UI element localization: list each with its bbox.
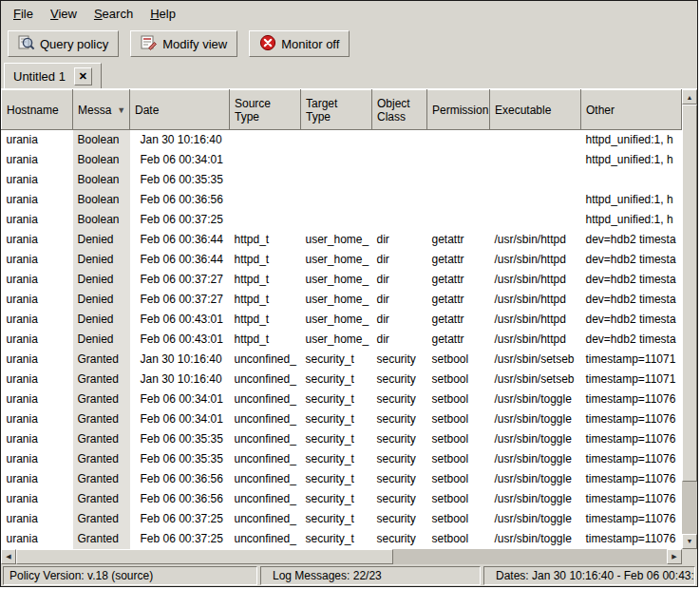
cell-other: timestamp=11076 xyxy=(581,390,682,409)
table-row[interactable]: uraniaDeniedFeb 06 00:37:27httpd_tuser_h… xyxy=(2,270,682,290)
table-row[interactable]: uraniaBooleanFeb 06 00:36:56httpd_unifie… xyxy=(2,190,682,210)
cell-target_type xyxy=(301,170,372,190)
table-row[interactable]: uraniaGrantedFeb 06 00:34:01unconfined_s… xyxy=(2,390,682,409)
table-row[interactable]: uraniaGrantedFeb 06 00:36:56unconfined_s… xyxy=(2,469,682,489)
column-header-other[interactable]: Other xyxy=(581,90,682,130)
cell-target_type: user_home_ xyxy=(301,330,372,350)
table-row[interactable]: uraniaGrantedJan 30 10:16:40unconfined_s… xyxy=(2,350,682,370)
cell-target_type: security_t xyxy=(301,509,372,529)
menu-search[interactable]: Search xyxy=(85,3,142,25)
cell-date: Feb 06 00:34:01 xyxy=(130,390,230,409)
cell-permission: setbool xyxy=(427,469,490,489)
column-header-date[interactable]: Date xyxy=(130,90,230,130)
cell-message: Denied xyxy=(73,330,130,350)
cell-message: Boolean xyxy=(73,170,130,190)
menu-help[interactable]: Help xyxy=(142,3,184,25)
cell-other: httpd_unified:1, h xyxy=(581,210,682,230)
table-row[interactable]: uraniaBooleanFeb 06 00:35:35 xyxy=(2,170,682,190)
table-row[interactable]: uraniaBooleanFeb 06 00:37:25httpd_unifie… xyxy=(2,210,682,230)
column-header-object-class[interactable]: Object Class xyxy=(372,90,427,130)
table-row[interactable]: uraniaBooleanJan 30 10:16:40httpd_unifie… xyxy=(2,130,682,150)
table-row[interactable]: uraniaGrantedFeb 06 00:37:25unconfined_s… xyxy=(2,529,682,549)
scroll-right-button[interactable]: ▶ xyxy=(667,549,682,564)
scroll-down-button[interactable]: ▼ xyxy=(682,534,697,549)
column-header-permission[interactable]: Permission xyxy=(427,90,490,130)
cell-object_class: dir xyxy=(372,290,427,310)
cell-object_class: security xyxy=(372,529,427,549)
cell-permission: setbool xyxy=(427,350,490,370)
cell-hostname: urania xyxy=(2,150,73,170)
cell-permission: setbool xyxy=(427,509,490,529)
cell-executable: /usr/sbin/toggle xyxy=(490,429,581,449)
cell-object_class xyxy=(372,210,427,230)
cell-message: Granted xyxy=(73,449,130,469)
cell-other: dev=hdb2 timesta xyxy=(581,330,682,350)
query-policy-label: Query policy xyxy=(40,37,108,51)
table-row[interactable]: uraniaGrantedFeb 06 00:36:56unconfined_s… xyxy=(2,489,682,509)
vertical-scroll-thumb[interactable] xyxy=(682,104,697,482)
cell-permission xyxy=(427,210,490,230)
cell-source_type xyxy=(230,190,301,210)
cell-object_class: security xyxy=(372,449,427,469)
cell-hostname: urania xyxy=(2,509,73,529)
log-table-wrap: Hostname Messa▼ Date Source Type Target … xyxy=(1,89,682,549)
scroll-up-button[interactable]: ▲ xyxy=(682,89,697,104)
cell-target_type: security_t xyxy=(301,489,372,509)
tab-untitled-1[interactable]: Untitled 1 ✕ xyxy=(4,63,102,88)
horizontal-scrollbar[interactable]: ◀ ▶ xyxy=(1,549,682,564)
cell-object_class: security xyxy=(372,509,427,529)
cell-source_type xyxy=(230,130,301,150)
table-row[interactable]: uraniaDeniedFeb 06 00:36:44httpd_tuser_h… xyxy=(2,230,682,250)
table-row[interactable]: uraniaGrantedFeb 06 00:35:35unconfined_s… xyxy=(2,429,682,449)
cell-message: Granted xyxy=(73,390,130,409)
query-policy-button[interactable]: Query policy xyxy=(8,30,119,57)
cell-permission: setbool xyxy=(427,529,490,549)
column-header-executable[interactable]: Executable xyxy=(490,90,581,130)
cell-executable: /usr/sbin/toggle xyxy=(490,409,581,429)
cell-target_type: user_home_ xyxy=(301,230,372,250)
cell-message: Granted xyxy=(73,489,130,509)
horizontal-scroll-track[interactable] xyxy=(16,549,667,564)
scroll-left-button[interactable]: ◀ xyxy=(1,549,16,564)
vertical-scrollbar[interactable]: ▲ ▼ xyxy=(682,89,697,549)
cell-source_type: unconfined_ xyxy=(230,529,301,549)
table-row[interactable]: uraniaGrantedFeb 06 00:35:35unconfined_s… xyxy=(2,449,682,469)
horizontal-scroll-thumb[interactable] xyxy=(16,549,393,564)
table-row[interactable]: uraniaGrantedFeb 06 00:37:25unconfined_s… xyxy=(2,509,682,529)
table-row[interactable]: uraniaGrantedFeb 06 00:34:01unconfined_s… xyxy=(2,409,682,429)
cell-other: dev=hdb2 timesta xyxy=(581,270,682,290)
column-header-target-type[interactable]: Target Type xyxy=(301,90,372,130)
cell-source_type: httpd_t xyxy=(230,290,301,310)
column-header-source-type[interactable]: Source Type xyxy=(230,90,301,130)
cell-message: Boolean xyxy=(73,190,130,210)
cell-permission xyxy=(427,130,490,150)
cell-date: Feb 06 00:37:25 xyxy=(130,210,230,230)
cell-target_type: security_t xyxy=(301,469,372,489)
table-row[interactable]: uraniaDeniedFeb 06 00:43:01httpd_tuser_h… xyxy=(2,310,682,330)
vertical-scroll-track[interactable] xyxy=(682,104,697,534)
column-header-hostname[interactable]: Hostname xyxy=(2,90,73,130)
cell-other: httpd_unified:1, h xyxy=(581,190,682,210)
cell-permission: setbool xyxy=(427,370,490,390)
column-header-message[interactable]: Messa▼ xyxy=(73,90,130,130)
cell-hostname: urania xyxy=(2,190,73,210)
table-row[interactable]: uraniaGrantedJan 30 10:16:40unconfined_s… xyxy=(2,370,682,390)
menu-file[interactable]: File xyxy=(5,3,42,25)
cell-executable xyxy=(490,210,581,230)
cell-date: Feb 06 00:34:01 xyxy=(130,150,230,170)
table-row[interactable]: uraniaBooleanFeb 06 00:34:01httpd_unifie… xyxy=(2,150,682,170)
cell-executable: /usr/sbin/toggle xyxy=(490,449,581,469)
status-policy-version: Policy Version: v.18 (source) xyxy=(3,566,257,585)
tab-close-button[interactable]: ✕ xyxy=(74,67,92,86)
monitor-off-button[interactable]: Monitor off xyxy=(249,30,350,57)
table-row[interactable]: uraniaDeniedFeb 06 00:43:01httpd_tuser_h… xyxy=(2,330,682,350)
cell-date: Feb 06 00:35:35 xyxy=(130,170,230,190)
cell-message: Granted xyxy=(73,350,130,370)
menu-view[interactable]: View xyxy=(42,3,85,25)
modify-view-button[interactable]: Modify view xyxy=(130,30,237,57)
table-row[interactable]: uraniaDeniedFeb 06 00:37:27httpd_tuser_h… xyxy=(2,290,682,310)
cell-hostname: urania xyxy=(2,350,73,370)
scrollbar-corner xyxy=(682,549,697,564)
cell-executable: /usr/sbin/httpd xyxy=(490,330,581,350)
table-row[interactable]: uraniaDeniedFeb 06 00:36:44httpd_tuser_h… xyxy=(2,250,682,270)
